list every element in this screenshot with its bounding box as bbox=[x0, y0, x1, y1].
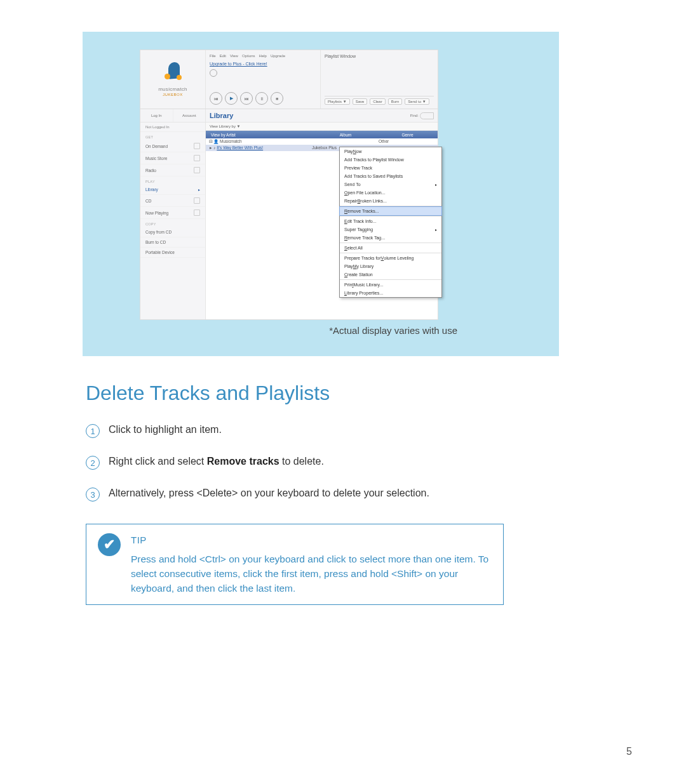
view-library-by-dropdown[interactable]: View Library by ▼ bbox=[206, 123, 438, 131]
step-text: Click to highlight an item. bbox=[109, 424, 222, 435]
play-button[interactable]: ▶ bbox=[225, 92, 238, 105]
sidebar-cd[interactable]: CD bbox=[140, 195, 205, 207]
login-link[interactable]: Log In bbox=[140, 109, 173, 122]
logo-area: musicmatch JUKEBOX bbox=[140, 50, 206, 109]
logo-subtext: JUKEBOX bbox=[163, 93, 183, 96]
sidebar-portable-device[interactable]: Portable Device bbox=[140, 248, 205, 258]
context-menu-item[interactable]: Print Music Library... bbox=[340, 281, 441, 289]
step-number-icon: 3 bbox=[86, 488, 100, 502]
save-button[interactable]: Save bbox=[353, 98, 368, 105]
radio-icon bbox=[210, 69, 217, 77]
context-menu-item[interactable]: Add Tracks to Playlist Window bbox=[340, 156, 441, 164]
prev-button[interactable]: ⏮ bbox=[210, 92, 222, 105]
not-logged-in-label: Not Logged In bbox=[140, 123, 205, 132]
step-number-icon: 2 bbox=[86, 456, 100, 470]
context-menu-item[interactable]: Play My Library bbox=[340, 262, 441, 270]
playback-controls: ⏮ ▶ ⏭ ⏸ ■ bbox=[210, 88, 316, 105]
column-headers: View by Artist Album Genre bbox=[206, 131, 438, 138]
logo-text: musicmatch bbox=[158, 86, 187, 92]
menu-upgrade[interactable]: Upgrade bbox=[271, 54, 285, 58]
account-link[interactable]: Account bbox=[173, 109, 206, 122]
submenu-arrow-icon: ▸ bbox=[435, 182, 437, 187]
checkmark-icon: ✔ bbox=[98, 533, 121, 556]
menu-file[interactable]: File bbox=[210, 54, 216, 58]
sidebar-now-playing[interactable]: Now Playing bbox=[140, 207, 205, 219]
menu-options[interactable]: Options bbox=[242, 54, 255, 58]
chevron-right-icon: ▸ bbox=[198, 187, 200, 192]
step-3: 3 Alternatively, press <Delete> on your … bbox=[86, 488, 638, 502]
track-context-menu[interactable]: Play NowAdd Tracks to Playlist WindowPre… bbox=[339, 147, 442, 298]
pause-button[interactable]: ⏸ bbox=[255, 92, 268, 105]
sendto-dropdown[interactable]: Send to ▼ bbox=[405, 98, 429, 105]
context-menu-item[interactable]: Send To▸ bbox=[340, 180, 441, 189]
step-text: Right click and select Remove tracks to … bbox=[109, 456, 324, 467]
step-number-icon: 1 bbox=[86, 424, 100, 438]
menu-edit[interactable]: Edit bbox=[220, 54, 226, 58]
next-button[interactable]: ⏭ bbox=[240, 92, 253, 105]
find-input[interactable] bbox=[420, 112, 434, 119]
context-menu-item[interactable]: Library Properties... bbox=[340, 289, 441, 297]
section-copy: COPY bbox=[140, 219, 205, 227]
context-menu-item[interactable]: Remove Track Tag... bbox=[340, 234, 441, 242]
menu-view[interactable]: View bbox=[230, 54, 238, 58]
sidebar-copy-from-cd[interactable]: Copy from CD bbox=[140, 227, 205, 237]
find-label: Find: bbox=[410, 114, 419, 117]
artist-icon: 👤 bbox=[213, 139, 219, 144]
sidebar-burn-to-cd[interactable]: Burn to CD bbox=[140, 237, 205, 248]
submenu-arrow-icon: ▸ bbox=[435, 227, 437, 232]
burn-button[interactable]: Burn bbox=[388, 98, 403, 105]
tip-title: TIP bbox=[131, 533, 492, 548]
section-get: GET bbox=[140, 132, 205, 140]
context-menu-item[interactable]: Prepare Tracks for Volume Leveling bbox=[340, 254, 441, 262]
col-view-by-artist[interactable]: View by Artist bbox=[206, 133, 314, 137]
col-album[interactable]: Album bbox=[314, 133, 377, 137]
context-menu-item[interactable]: Super Tagging▸ bbox=[340, 225, 441, 234]
sidebar-music-store[interactable]: Music Store bbox=[140, 152, 205, 164]
col-genre[interactable]: Genre bbox=[377, 133, 438, 137]
page-title: Delete Tracks and Playlists bbox=[86, 382, 638, 405]
clear-button[interactable]: Clear bbox=[370, 98, 385, 105]
context-menu-item[interactable]: Edit Track Info... bbox=[340, 217, 441, 225]
context-menu-item[interactable]: Open File Location... bbox=[340, 189, 441, 197]
tree-root[interactable]: ⊟ 👤 Musicmatch Other bbox=[206, 138, 438, 145]
step-text: Alternatively, press <Delete> on your ke… bbox=[109, 488, 429, 499]
step-2: 2 Right click and select Remove tracks t… bbox=[86, 456, 638, 470]
section-play: PLAY bbox=[140, 176, 205, 185]
page-number: 5 bbox=[626, 746, 632, 757]
context-menu-item[interactable]: Preview Track bbox=[340, 164, 441, 172]
context-menu-item[interactable]: Create Station bbox=[340, 270, 441, 279]
library-heading: Library bbox=[210, 112, 233, 119]
stop-button[interactable]: ■ bbox=[271, 92, 283, 105]
menu-help[interactable]: Help bbox=[259, 54, 267, 58]
context-menu-item[interactable]: Remove Tracks... bbox=[339, 206, 442, 216]
app-screenshot-frame: musicmatch JUKEBOX File Edit View Option… bbox=[83, 32, 559, 356]
musicmatch-logo-icon bbox=[162, 62, 184, 84]
playlists-dropdown[interactable]: Playlists ▼ bbox=[325, 98, 350, 105]
tip-text: Press and hold <Ctrl> on your keyboard a… bbox=[131, 552, 492, 596]
playlist-toolbar: Playlists ▼ Save Clear Burn Send to ▼ bbox=[325, 96, 434, 105]
library-main: View Library by ▼ View by Artist Album G… bbox=[206, 123, 438, 319]
sidebar-library[interactable]: Library▸ bbox=[140, 185, 205, 195]
sidebar: Not Logged In GET On Demand Music Store … bbox=[140, 123, 206, 319]
context-menu-item[interactable]: Add Tracks to Saved Playlists bbox=[340, 172, 441, 180]
context-menu-item[interactable]: Repair Broken Links... bbox=[340, 197, 441, 205]
step-1: 1 Click to highlight an item. bbox=[86, 424, 638, 438]
context-menu-item[interactable]: Select All bbox=[340, 244, 441, 252]
musicmatch-app: musicmatch JUKEBOX File Edit View Option… bbox=[140, 50, 438, 320]
app-menubar[interactable]: File Edit View Options Help Upgrade bbox=[210, 54, 316, 58]
playlist-window-title: Playlist Window bbox=[325, 54, 434, 58]
sidebar-on-demand[interactable]: On Demand bbox=[140, 140, 205, 152]
sidebar-radio[interactable]: Radio bbox=[140, 164, 205, 176]
upgrade-link[interactable]: Upgrade to Plus - Click Here! bbox=[210, 62, 316, 66]
context-menu-item[interactable]: Play Now bbox=[340, 147, 441, 156]
steps-list: 1 Click to highlight an item. 2 Right cl… bbox=[86, 424, 638, 502]
tip-box: ✔ TIP Press and hold <Ctrl> on your keyb… bbox=[86, 524, 504, 605]
screenshot-caption: *Actual display varies with use bbox=[140, 320, 502, 338]
